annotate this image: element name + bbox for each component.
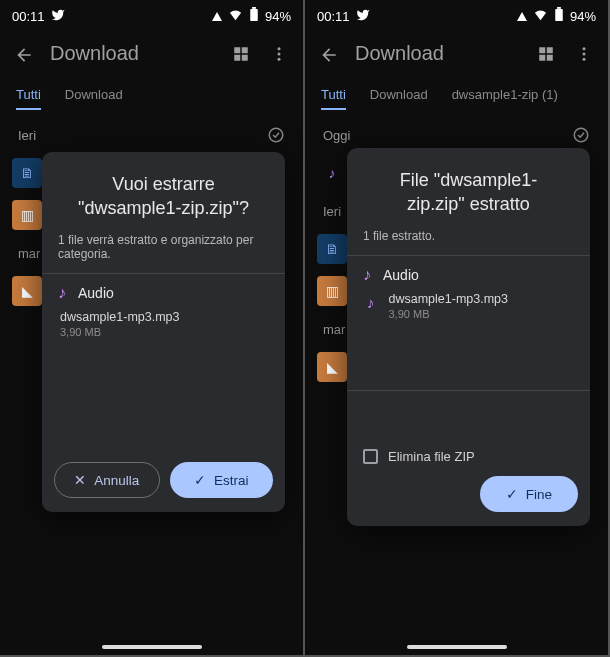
grid-view-icon[interactable] <box>231 44 251 64</box>
file-size: 3,90 MB <box>60 326 269 338</box>
file-entry: ♪ dwsample1-mp3.mp3 3,90 MB <box>367 292 574 320</box>
close-icon: ✕ <box>74 472 86 488</box>
back-icon[interactable] <box>319 45 337 63</box>
section-yesterday: Ieri <box>0 118 303 152</box>
svg-point-12 <box>574 128 588 142</box>
divider <box>42 273 285 274</box>
svg-point-4 <box>278 57 281 60</box>
svg-point-11 <box>583 57 586 60</box>
dialog-title: File "dwsample1-zip.zip" estratto <box>373 168 564 217</box>
category-label: Audio <box>383 267 419 283</box>
page-title: Download <box>50 42 213 65</box>
archive-icon: ▥ <box>12 200 42 230</box>
tabs: Tutti Download <box>0 73 303 118</box>
nav-pill[interactable] <box>407 645 507 649</box>
svg-rect-0 <box>250 9 258 21</box>
file-name: dwsample1-mp3.mp3 <box>389 292 509 306</box>
select-all-icon[interactable] <box>572 126 590 144</box>
app-bar: Download <box>0 28 303 73</box>
screen-extract-prompt: 00:11 94% Download Tutti Download Ieri 🗎… <box>0 0 303 655</box>
wifi-icon <box>533 7 548 25</box>
breadcrumb-folder[interactable]: dwsample1-zip (1) <box>452 87 558 110</box>
page-title: Download <box>355 42 518 65</box>
file-name: dwsample1-mp3.mp3 <box>60 310 269 324</box>
dialog-title: Vuoi estrarre "dwsample1-zip.zip"? <box>68 172 259 221</box>
category-row: ♪ Audio <box>363 266 574 284</box>
svg-rect-7 <box>555 9 563 21</box>
checkbox-label: Elimina file ZIP <box>388 449 475 464</box>
check-icon: ✓ <box>194 472 206 488</box>
divider <box>347 255 590 256</box>
music-note-icon: ♪ <box>363 266 371 284</box>
archive-icon: ◣ <box>12 276 42 306</box>
music-note-icon: ♪ <box>58 284 66 302</box>
wifi-icon <box>228 7 243 25</box>
more-icon[interactable] <box>269 44 289 64</box>
button-label: Estrai <box>214 473 249 488</box>
delete-zip-checkbox[interactable]: Elimina file ZIP <box>363 449 475 464</box>
file-icon: 🗎 <box>12 158 42 188</box>
status-time: 00:11 <box>317 9 350 24</box>
category-label: Audio <box>78 285 114 301</box>
svg-point-2 <box>278 47 281 50</box>
file-entry: dwsample1-mp3.mp3 3,90 MB <box>60 310 269 338</box>
nav-pill[interactable] <box>102 645 202 649</box>
back-icon[interactable] <box>14 45 32 63</box>
svg-point-9 <box>583 47 586 50</box>
check-icon: ✓ <box>506 486 518 502</box>
battery-pct: 94% <box>570 9 596 24</box>
tab-download[interactable]: Download <box>370 87 428 110</box>
svg-point-5 <box>269 128 283 142</box>
done-button[interactable]: ✓ Fine <box>480 476 578 512</box>
button-label: Annulla <box>94 473 139 488</box>
category-row: ♪ Audio <box>58 284 269 302</box>
screen-extract-done: 00:11 94% Download Tutti Download dwsamp… <box>305 0 608 655</box>
dialog-subtitle: 1 file estratto. <box>363 229 574 243</box>
signal-icon <box>517 12 527 21</box>
section-label: mar <box>323 322 345 337</box>
grid-view-icon[interactable] <box>536 44 556 64</box>
file-size: 3,90 MB <box>389 308 509 320</box>
section-label: Oggi <box>323 128 350 143</box>
twitter-icon <box>51 8 65 25</box>
tab-all[interactable]: Tutti <box>321 87 346 110</box>
extract-button[interactable]: ✓ Estrai <box>170 462 274 498</box>
section-label: Ieri <box>18 128 36 143</box>
app-bar: Download <box>305 28 608 73</box>
signal-icon <box>212 12 222 21</box>
cancel-button[interactable]: ✕ Annulla <box>54 462 160 498</box>
status-time: 00:11 <box>12 9 45 24</box>
checkbox-icon <box>363 449 378 464</box>
select-all-icon[interactable] <box>267 126 285 144</box>
section-label: Ieri <box>323 204 341 219</box>
button-label: Fine <box>526 487 552 502</box>
svg-rect-1 <box>252 7 256 9</box>
battery-icon <box>249 7 259 25</box>
tab-all[interactable]: Tutti <box>16 87 41 110</box>
svg-point-3 <box>278 52 281 55</box>
archive-icon: ◣ <box>317 352 347 382</box>
twitter-icon <box>356 8 370 25</box>
archive-icon: ▥ <box>317 276 347 306</box>
battery-icon <box>554 7 564 25</box>
svg-point-10 <box>583 52 586 55</box>
extracted-dialog: File "dwsample1-zip.zip" estratto 1 file… <box>347 148 590 526</box>
status-bar: 00:11 94% <box>305 0 608 28</box>
music-note-icon: ♪ <box>317 158 347 188</box>
dialog-subtitle: 1 file verrà estratto e organizzato per … <box>58 233 269 261</box>
battery-pct: 94% <box>265 9 291 24</box>
section-label: mar <box>18 246 40 261</box>
extract-dialog: Vuoi estrarre "dwsample1-zip.zip"? 1 fil… <box>42 152 285 512</box>
svg-rect-8 <box>557 7 561 9</box>
status-bar: 00:11 94% <box>0 0 303 28</box>
divider <box>347 390 590 391</box>
tabs: Tutti Download dwsample1-zip (1) <box>305 73 608 118</box>
tab-download[interactable]: Download <box>65 87 123 110</box>
file-icon: 🗎 <box>317 234 347 264</box>
section-today: Oggi <box>305 118 608 152</box>
more-icon[interactable] <box>574 44 594 64</box>
music-note-icon: ♪ <box>367 294 375 311</box>
